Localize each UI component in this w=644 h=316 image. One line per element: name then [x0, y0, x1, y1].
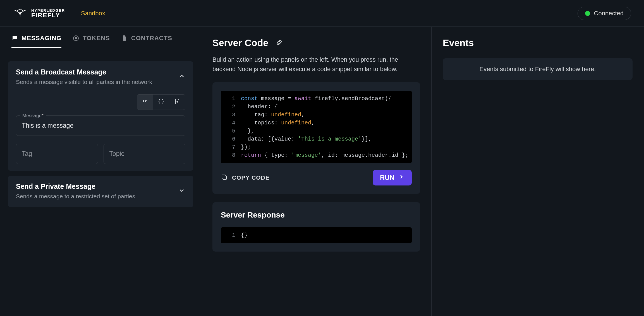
tab-label: TOKENS	[83, 35, 110, 42]
copy-icon	[221, 174, 228, 182]
accordion-subtitle: Sends a message visible to all parties i…	[16, 78, 152, 86]
tag-field[interactable]: Tag	[16, 144, 98, 164]
input-type-toggle	[16, 94, 185, 110]
copy-label: COPY CODE	[232, 174, 270, 181]
accordion-title: Send a Broadcast Message	[16, 68, 152, 76]
message-icon	[11, 35, 18, 42]
topic-placeholder: Topic	[109, 150, 125, 157]
target-icon	[73, 35, 79, 42]
copy-code-button[interactable]: COPY CODE	[221, 174, 270, 182]
status-dot-icon	[585, 11, 590, 16]
server-code-description: Build an action using the panels on the …	[212, 55, 420, 74]
right-panel: Events Events submitted to FireFly will …	[432, 27, 644, 316]
app-header: HYPERLEDGER FIREFLY Sandbox Connected	[0, 0, 644, 27]
accordion-private: Send a Private Message Sends a message t…	[8, 176, 193, 207]
run-button[interactable]: RUN	[373, 170, 412, 185]
tab-label: MESSAGING	[21, 35, 61, 42]
tab-label: CONTRACTS	[131, 35, 172, 42]
link-icon[interactable]	[275, 38, 283, 48]
toggle-json-mode[interactable]	[153, 94, 169, 110]
response-body: {}	[241, 231, 248, 239]
upload-file-icon	[174, 98, 181, 106]
toggle-file-mode[interactable]	[169, 94, 185, 110]
quote-icon	[142, 98, 148, 106]
events-empty-text: Events submitted to FireFly will show he…	[480, 66, 596, 73]
svg-point-0	[19, 13, 21, 14]
run-label: RUN	[380, 174, 394, 182]
accordion-subtitle: Sends a message to a restricted set of p…	[16, 192, 135, 200]
message-field[interactable]: Message*	[16, 115, 185, 136]
message-input[interactable]	[22, 122, 179, 129]
chevron-down-icon	[178, 182, 185, 195]
svg-point-2	[75, 37, 77, 39]
logo: HYPERLEDGER FIREFLY	[13, 7, 65, 20]
response-block: 1{}	[221, 227, 412, 243]
chevron-up-icon	[178, 68, 185, 81]
server-code-title: Server Code	[212, 37, 268, 48]
tab-messaging[interactable]: MESSAGING	[11, 35, 61, 47]
middle-panel: Server Code Build an action using the pa…	[201, 27, 432, 316]
connection-status: Connected	[578, 7, 631, 20]
app-mode-label: Sandbox	[81, 10, 105, 17]
tab-contracts[interactable]: CONTRACTS	[121, 35, 172, 47]
accordion-title: Send a Private Message	[16, 182, 135, 190]
toggle-text-mode[interactable]	[137, 94, 153, 110]
events-empty-state: Events submitted to FireFly will show he…	[443, 58, 633, 80]
field-label-text: Message	[22, 113, 42, 118]
tab-tokens[interactable]: TOKENS	[73, 35, 110, 47]
tag-placeholder: Tag	[22, 150, 32, 157]
firefly-logo-icon	[13, 7, 27, 20]
left-panel: MESSAGING TOKENS CONTRACTS	[0, 27, 201, 316]
status-label: Connected	[594, 10, 624, 17]
response-title: Server Response	[221, 211, 412, 219]
required-marker: *	[42, 113, 44, 118]
file-icon	[121, 35, 128, 42]
chevron-right-icon	[398, 174, 404, 182]
accordion-private-header[interactable]: Send a Private Message Sends a message t…	[16, 182, 185, 200]
events-title: Events	[443, 37, 633, 48]
response-card: Server Response 1{}	[212, 202, 420, 252]
section-tabs: MESSAGING TOKENS CONTRACTS	[8, 35, 193, 53]
accordion-broadcast-header[interactable]: Send a Broadcast Message Sends a message…	[16, 68, 185, 86]
accordion-broadcast: Send a Broadcast Message Sends a message…	[8, 61, 193, 171]
code-block: 1const message = await firefly.sendBroad…	[221, 91, 412, 163]
topic-field[interactable]: Topic	[104, 144, 186, 164]
logo-text-bottom: FIREFLY	[31, 12, 65, 18]
svg-rect-3	[223, 176, 226, 179]
braces-icon	[158, 98, 164, 106]
code-card: 1const message = await firefly.sendBroad…	[212, 82, 420, 194]
divider	[73, 7, 73, 20]
